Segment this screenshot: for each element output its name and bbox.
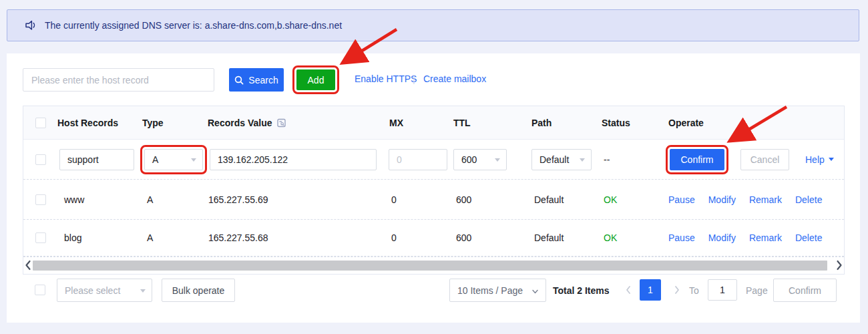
- remark-link[interactable]: Remark: [749, 194, 782, 205]
- cell-host: blog: [64, 220, 81, 256]
- pager-next-icon[interactable]: [673, 285, 681, 297]
- banner-text: The currently assigned DNS server is: a.…: [45, 20, 342, 31]
- edit-record-row: A 600 Defaul: [23, 140, 844, 180]
- chevron-down-icon: [829, 158, 834, 161]
- footer-bar: Please select Bulk operate 10 Items / Pa…: [7, 279, 860, 302]
- bulk-operate-button[interactable]: Bulk operate: [162, 279, 235, 302]
- page: The currently assigned DNS server is: a.…: [0, 0, 868, 334]
- dns-records-table: Host Records Type Records Value MX TTL: [23, 106, 845, 275]
- remark-link[interactable]: Remark: [749, 232, 782, 243]
- search-button[interactable]: Search: [229, 68, 284, 92]
- table-row: www A 165.227.55.69 0 600 Default OK Pau…: [23, 180, 844, 220]
- ttl-select[interactable]: 600: [453, 149, 507, 170]
- chevron-down-icon: [495, 158, 500, 162]
- goto-prefix-label: To: [689, 279, 699, 302]
- bulk-action-select[interactable]: Please select: [57, 279, 152, 302]
- cell-value: 165.227.55.69: [208, 180, 268, 219]
- host-record-search-input[interactable]: [23, 68, 214, 92]
- path-select[interactable]: Default: [531, 149, 592, 170]
- header-ttl: TTL: [453, 106, 471, 140]
- scroll-right-icon[interactable]: [835, 259, 843, 273]
- speaker-icon: [25, 19, 37, 31]
- modify-link[interactable]: Modify: [708, 194, 736, 205]
- select-all-checkbox[interactable]: [35, 118, 46, 128]
- header-operate: Operate: [668, 106, 704, 140]
- footer-select-all-checkbox[interactable]: [35, 285, 45, 295]
- pager-prev-icon[interactable]: [624, 285, 632, 297]
- link-separator: |: [413, 73, 415, 84]
- chevron-down-icon: [140, 289, 146, 293]
- cell-ttl: 600: [456, 220, 471, 256]
- cancel-record-button[interactable]: Cancel: [740, 149, 789, 170]
- total-items-label: Total 2 Items: [553, 279, 610, 302]
- help-dropdown[interactable]: Help: [805, 154, 834, 165]
- cell-ttl: 600: [456, 180, 471, 219]
- create-mailbox-link[interactable]: Create mailbox: [423, 73, 486, 84]
- search-icon: [234, 75, 244, 85]
- modify-link[interactable]: Modify: [708, 232, 736, 243]
- table-row: blog A 165.227.55.68 0 600 Default OK Pa…: [23, 220, 844, 257]
- delete-link[interactable]: Delete: [795, 232, 822, 243]
- records-value-filter-icon[interactable]: [277, 118, 286, 128]
- confirm-record-button[interactable]: Confirm: [670, 149, 724, 170]
- header-mx: MX: [389, 106, 403, 140]
- chevron-down-icon: [531, 287, 539, 297]
- row-checkbox[interactable]: [35, 154, 46, 165]
- table-header-row: Host Records Type Records Value MX TTL: [23, 106, 844, 140]
- toolbar: Search Add Enable HTTPS | Create mailbox: [7, 68, 860, 92]
- record-type-select[interactable]: A: [144, 149, 203, 170]
- status-badge: OK: [604, 220, 617, 256]
- edit-row-status: --: [604, 140, 610, 179]
- dns-server-banner: The currently assigned DNS server is: a.…: [7, 9, 859, 41]
- cell-value: 165.227.55.68: [208, 220, 268, 256]
- add-button[interactable]: Add: [296, 69, 335, 90]
- scroll-left-icon[interactable]: [24, 259, 32, 273]
- pause-link[interactable]: Pause: [668, 194, 695, 205]
- header-records-value: Records Value: [208, 106, 286, 140]
- chevron-down-icon: [580, 158, 585, 162]
- cell-path: Default: [534, 180, 564, 219]
- cell-mx: 0: [391, 220, 397, 256]
- header-host-records: Host Records: [57, 106, 118, 140]
- header-path: Path: [531, 106, 552, 140]
- cell-type: A: [147, 180, 153, 219]
- record-value-input[interactable]: [210, 149, 377, 170]
- goto-page-input[interactable]: [708, 279, 737, 301]
- pause-link[interactable]: Pause: [668, 232, 695, 243]
- row-checkbox[interactable]: [35, 194, 46, 205]
- delete-link[interactable]: Delete: [795, 194, 822, 205]
- status-badge: OK: [604, 180, 617, 219]
- mx-input[interactable]: [389, 149, 447, 170]
- header-status: Status: [602, 106, 630, 140]
- chevron-down-icon: [191, 158, 196, 162]
- cell-type: A: [147, 220, 153, 256]
- page-size-select[interactable]: 10 Items / Page: [449, 279, 546, 302]
- page-number-button[interactable]: 1: [640, 279, 661, 301]
- cell-path: Default: [534, 220, 564, 256]
- cell-mx: 0: [391, 180, 397, 219]
- host-record-input[interactable]: [59, 149, 134, 170]
- enable-https-link[interactable]: Enable HTTPS: [355, 73, 417, 84]
- cell-host: www: [64, 180, 84, 219]
- horizontal-scrollbar: [23, 257, 844, 274]
- scrollbar-thumb[interactable]: [33, 261, 827, 271]
- search-button-label: Search: [248, 75, 278, 86]
- content-card: Search Add Enable HTTPS | Create mailbox…: [7, 53, 860, 323]
- goto-confirm-button[interactable]: Confirm: [773, 279, 837, 302]
- row-checkbox[interactable]: [35, 232, 46, 243]
- header-type: Type: [142, 106, 164, 140]
- goto-suffix-label: Page: [746, 279, 768, 302]
